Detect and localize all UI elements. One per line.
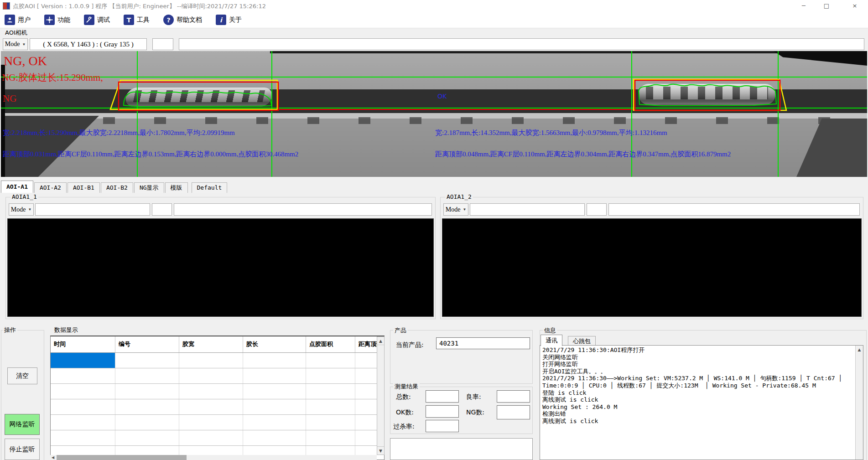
table-horizontal-scrollbar[interactable]: ◀ (49, 455, 377, 460)
toolbar-item-about[interactable]: i 关于 (216, 15, 242, 25)
gear-icon (44, 15, 55, 25)
log-scrollbar[interactable]: ▲ (855, 346, 863, 460)
scrollbar-thumb[interactable] (57, 455, 187, 460)
scroll-down-icon[interactable]: ▼ (377, 446, 384, 455)
ng-label-text: NG (3, 93, 16, 104)
data-table: 时间 编号 胶宽 胶长 点胶面积 距离顶部 (50, 336, 385, 460)
column-header[interactable]: 时间 (51, 336, 115, 352)
panel1-mode-dropdown[interactable]: Mode ▼ (9, 203, 34, 216)
data-group-label: 数据显示 (53, 326, 79, 334)
table-row[interactable] (51, 430, 384, 446)
toolbar-item-help[interactable]: ? 帮助文档 (163, 15, 202, 25)
ok-label-text: OK (437, 93, 447, 100)
app-icon (3, 2, 10, 10)
panel2-field-3 (608, 203, 860, 216)
toolbar-item-tools[interactable]: T 工具 (124, 15, 150, 25)
tab-ng-display[interactable]: NG显示 (134, 182, 164, 193)
ok-value-box (426, 405, 459, 418)
table-row[interactable] (51, 368, 384, 384)
chevron-down-icon: ▼ (463, 207, 466, 212)
yield-value-box (497, 390, 530, 403)
mode-label: Mode (446, 206, 461, 213)
toolbar-item-label: 工具 (137, 16, 150, 24)
table-vertical-scrollbar[interactable]: ▲ ▼ (377, 336, 385, 455)
tab-communication[interactable]: 通讯 (541, 335, 562, 346)
app-window: 点胶AOI [ Version : 1.0.0.9 ] 程序 【当前用户: En… (0, 0, 868, 460)
user-icon (5, 15, 15, 25)
yield-label: 良率: (466, 393, 481, 401)
table-row[interactable] (51, 399, 384, 415)
table-row[interactable] (51, 415, 384, 430)
clear-button[interactable]: 清空 (7, 367, 37, 384)
ng-message-text: NG:胶体过长:15.290mm, (2, 71, 103, 84)
ok-count-label: OK数: (396, 408, 414, 417)
maximize-button[interactable]: □ (816, 0, 837, 12)
scroll-up-icon[interactable]: ▲ (377, 337, 384, 345)
toolbar-item-user[interactable]: 用户 (5, 15, 31, 25)
toolbar-item-label: 功能 (57, 16, 70, 24)
ng-value-box (497, 405, 530, 419)
table-row[interactable] (51, 353, 384, 368)
tab-default[interactable]: Default (192, 182, 228, 193)
selected-cell[interactable] (51, 353, 115, 368)
tab-aoi-a2[interactable]: AOI-A2 (34, 182, 67, 193)
view-tabstrip: AOI-A1 AOI-A2 AOI-B1 AOI-B2 NG显示 模版 Defa… (1, 181, 228, 193)
panel-aoia1-1: AOIA1_1 Mode ▼ (5, 197, 436, 319)
right-measure-line1: 宽:2.187mm,长:14.352mm,最大胶宽:1.5663mm,最小:0.… (435, 129, 667, 137)
stop-listen-button[interactable]: 停止监听 (5, 439, 40, 460)
camera-field-wide (179, 38, 864, 50)
panel1-field-1 (35, 203, 150, 216)
communication-log[interactable]: 2021/7/29 11:36:30:AOI程序打开 关闭网络监听 打开网络监听… (540, 345, 863, 460)
help-icon: ? (163, 15, 174, 25)
inspection-status-text: NG, OK (4, 54, 47, 68)
tab-aoi-a1[interactable]: AOI-A1 (1, 181, 33, 193)
column-header[interactable]: 点胶面积 (306, 336, 355, 352)
current-product-label: 当前产品: (396, 341, 424, 349)
camera-field-small (152, 38, 173, 50)
results-note-box (390, 438, 533, 460)
chevron-down-icon: ▼ (22, 42, 26, 47)
scroll-up-icon[interactable]: ▲ (856, 346, 863, 353)
panel1-field-3 (174, 203, 432, 216)
title-bar: 点胶AOI [ Version : 1.0.0.9 ] 程序 【当前用户: En… (0, 0, 868, 12)
info-group-label: 信息 (543, 326, 557, 335)
chevron-down-icon: ▼ (28, 207, 31, 212)
about-icon: i (216, 15, 226, 25)
toolbar-item-label: 关于 (229, 16, 242, 24)
panel1-field-2 (152, 203, 172, 216)
left-measure-line1: 宽:2.218mm,长:15.290mm,最大胶宽:2.2218mm,最小:1.… (3, 129, 235, 137)
column-header[interactable]: 胶宽 (179, 336, 243, 352)
tab-heartbeat[interactable]: 心跳包 (568, 336, 596, 346)
network-listen-button[interactable]: 网络监听 (5, 414, 40, 435)
camera-coords-readout: ( X 6568, Y 1463 ) : ( Gray 135 ) (30, 38, 147, 50)
panel2-mode-dropdown[interactable]: Mode ▼ (443, 203, 468, 216)
table-header-row: 时间 编号 胶宽 胶长 点胶面积 距离顶部 (51, 336, 384, 353)
mode-label: Mode (5, 41, 20, 48)
window-title: 点胶AOI [ Version : 1.0.0.9 ] 程序 【当前用户: En… (13, 2, 266, 10)
total-label: 总数: (396, 393, 411, 401)
scroll-left-icon[interactable]: ◀ (49, 455, 57, 460)
tab-aoi-b2[interactable]: AOI-B2 (101, 182, 133, 193)
camera-mode-dropdown[interactable]: Mode ▼ (3, 38, 28, 50)
close-button[interactable]: × (842, 0, 868, 12)
current-product-input[interactable] (436, 337, 530, 349)
panel2-field-2 (587, 203, 607, 216)
log-text: 2021/7/29 11:36:30:AOI程序打开 关闭网络监听 打开网络监听… (540, 346, 850, 426)
right-measure-line2: 距离顶部0.048mm,距离CF层0.110mm,距离左边界0.304mm,距离… (435, 150, 731, 159)
toolbar-item-debug[interactable]: 调试 (84, 15, 110, 25)
panel1-image-viewport (7, 218, 434, 317)
product-group-label: 产品 (393, 326, 408, 335)
column-header[interactable]: 胶长 (243, 336, 306, 352)
table-row[interactable] (51, 384, 384, 399)
panel2-image-viewport (442, 218, 862, 317)
toolbar-item-function[interactable]: 功能 (44, 15, 70, 25)
mode-label: Mode (11, 206, 26, 213)
hammer-icon: T (124, 15, 134, 25)
column-header[interactable]: 编号 (115, 336, 179, 352)
tab-aoi-b1[interactable]: AOI-B1 (68, 182, 100, 193)
operations-group-label: 操作 (3, 326, 17, 334)
toolbar-item-label: 调试 (97, 16, 110, 24)
minimize-button[interactable]: ─ (793, 0, 814, 12)
camera-image-view[interactable]: NG, OK NG:胶体过长:15.290mm, NG OK 宽:2.218mm… (1, 51, 867, 177)
tab-template[interactable]: 模版 (165, 182, 188, 193)
